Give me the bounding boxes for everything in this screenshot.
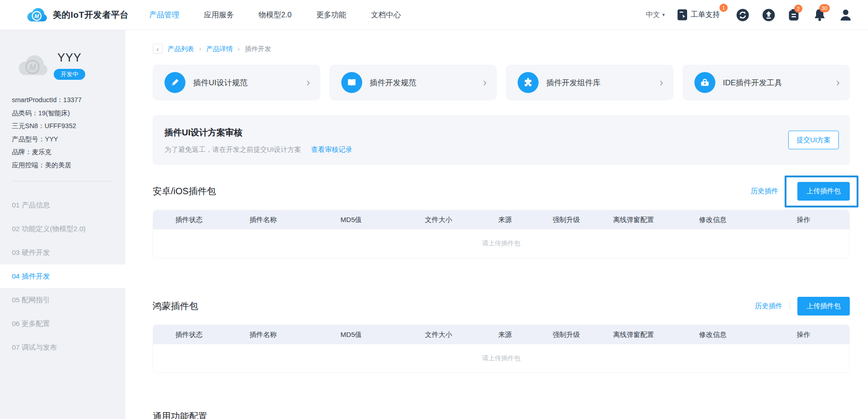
message-badge: 2 xyxy=(794,5,802,13)
sidebar-item-hardware-dev[interactable]: 03 硬件开发 xyxy=(0,241,125,264)
breadcrumb-separator-icon: › xyxy=(238,45,240,52)
history-plugins-link-android[interactable]: 历史插件 xyxy=(751,187,778,196)
midea-cloud-logo-icon: M xyxy=(26,7,47,23)
top-navbar: M 美的IoT开发者平台 产品管理 应用服务 物模型2.0 更多功能 文档中心 … xyxy=(0,0,868,30)
breadcrumb: ‹ 产品列表 › 产品详情 › 插件开发 xyxy=(153,44,850,54)
col-offline-popup: 离线弹窗配置 xyxy=(599,210,668,229)
col-plugin-status: 插件状态 xyxy=(153,325,225,344)
profile-button[interactable] xyxy=(839,8,853,22)
review-records-link[interactable]: 查看审核记录 xyxy=(311,145,352,154)
main-content: ‹ 产品列表 › 产品详情 › 插件开发 插件UI设计规范 › 插件开发规范 ›… xyxy=(125,30,868,419)
svg-text:M: M xyxy=(29,62,36,72)
upload-plugin-button-android[interactable]: 上传插件包 xyxy=(797,182,850,201)
sidebar-item-product-info[interactable]: 01 产品信息 xyxy=(0,193,125,217)
col-actions: 操作 xyxy=(757,325,849,344)
toolbox-icon xyxy=(694,72,715,93)
product-profile: M YYY 开发中 xyxy=(0,30,125,80)
common-function-config-title: 通用功能配置 xyxy=(153,410,850,419)
product-sidebar: M YYY 开发中 smartProductId：13377 品类码：19(智能… xyxy=(0,30,125,419)
sync-button[interactable] xyxy=(736,8,750,22)
card-dev-spec[interactable]: 插件开发规范 › xyxy=(329,65,497,100)
col-force-upgrade: 强制升级 xyxy=(534,325,599,344)
chevron-right-icon: › xyxy=(836,77,840,88)
col-md5: MD5值 xyxy=(301,210,401,229)
ticket-icon xyxy=(677,9,688,21)
upload-plugin-button-harmony[interactable]: 上传插件包 xyxy=(797,297,850,316)
harmony-section-header: 鸿蒙插件包 历史插件 上传插件包 xyxy=(153,295,850,316)
main-nav: 产品管理 应用服务 物模型2.0 更多功能 文档中心 xyxy=(149,10,401,20)
col-file-size: 文件大小 xyxy=(401,210,476,229)
harmony-plugin-table: 插件状态 插件名称 MD5值 文件大小 来源 强制升级 离线弹窗配置 修改信息 … xyxy=(153,325,850,373)
sidebar-item-debug-release[interactable]: 07 调试与发布 xyxy=(0,336,125,359)
card-ui-design-spec[interactable]: 插件UI设计规范 › xyxy=(153,65,320,100)
review-hint: 为了避免返工，请在开发之前提交UI设计方案 xyxy=(164,145,301,154)
empty-state-text: 请上传插件包 xyxy=(153,229,849,258)
col-md5: MD5值 xyxy=(301,325,401,344)
status-badge: 开发中 xyxy=(54,69,85,80)
empty-row: 请上传插件包 xyxy=(153,229,849,258)
sidebar-item-more-config[interactable]: 06 更多配置 xyxy=(0,312,125,336)
ui-review-panel: 插件UI设计方案审核 为了避免返工，请在开发之前提交UI设计方案 查看审核记录 … xyxy=(153,115,850,165)
ticket-support-button[interactable]: 工单支持 1 xyxy=(677,9,720,21)
nav-right-group: 中文 ▾ 工单支持 1 xyxy=(646,8,853,22)
sync-icon xyxy=(736,8,750,22)
caret-down-icon: ▾ xyxy=(662,12,665,18)
col-file-size: 文件大小 xyxy=(401,325,476,344)
card-ide-tools[interactable]: IDE插件开发工具 › xyxy=(683,65,850,100)
nav-item-thing-model[interactable]: 物模型2.0 xyxy=(259,10,292,20)
design-icon xyxy=(164,72,185,93)
sidebar-item-plugin-dev[interactable]: 04 插件开发 xyxy=(0,264,125,288)
col-plugin-name: 插件名称 xyxy=(225,210,301,229)
notification-badge: 30 xyxy=(819,4,830,12)
product-avatar: M xyxy=(17,54,48,77)
breadcrumb-product-list[interactable]: 产品列表 xyxy=(168,45,194,53)
message-center-button[interactable]: 2 xyxy=(788,8,801,22)
chevron-right-icon: › xyxy=(307,77,310,88)
info-category-code: 品类码：19(智能床) xyxy=(12,107,125,120)
language-selector[interactable]: 中文 ▾ xyxy=(646,10,665,20)
vertical-divider xyxy=(790,302,790,310)
nav-item-app-service[interactable]: 应用服务 xyxy=(204,10,234,20)
sidebar-item-function-definition[interactable]: 02 功能定义(物模型2.0) xyxy=(0,217,125,241)
col-modify-info: 修改信息 xyxy=(668,210,758,229)
submit-ui-plan-button[interactable]: 提交UI方案 xyxy=(788,131,839,150)
ticket-badge: 1 xyxy=(719,4,728,12)
sidebar-menu: 01 产品信息 02 功能定义(物模型2.0) 03 硬件开发 04 插件开发 … xyxy=(0,193,125,359)
chevron-right-icon: › xyxy=(660,77,663,88)
brand-title: 美的IoT开发者平台 xyxy=(53,9,129,21)
info-sn8: 三元SN8：UFFF9352 xyxy=(12,119,125,133)
product-info-list: smartProductId：13377 品类码：19(智能床) 三元SN8：U… xyxy=(0,80,125,171)
sidebar-item-network-guide[interactable]: 05 配网指引 xyxy=(0,288,125,312)
upgrade-button[interactable] xyxy=(762,8,776,22)
user-icon xyxy=(839,8,853,22)
history-plugins-link-harmony[interactable]: 历史插件 xyxy=(755,302,782,310)
info-smart-product-id: smartProductId：13377 xyxy=(12,93,125,107)
table-header-row: 插件状态 插件名称 MD5值 文件大小 来源 强制升级 离线弹窗配置 修改信息 … xyxy=(153,210,849,229)
nav-item-product[interactable]: 产品管理 xyxy=(149,10,180,20)
col-source: 来源 xyxy=(476,210,534,229)
col-offline-popup: 离线弹窗配置 xyxy=(599,325,668,344)
nav-item-more[interactable]: 更多功能 xyxy=(316,10,346,20)
notifications-button[interactable]: 30 xyxy=(813,8,827,22)
nav-item-docs[interactable]: 文档中心 xyxy=(371,10,401,20)
book-icon xyxy=(341,72,362,93)
col-force-upgrade: 强制升级 xyxy=(534,210,599,229)
brand: M 美的IoT开发者平台 xyxy=(26,7,129,23)
col-actions: 操作 xyxy=(757,210,849,229)
resource-cards: 插件UI设计规范 › 插件开发规范 › 插件开发组件库 › IDE插件开发工具 … xyxy=(153,65,850,100)
col-plugin-status: 插件状态 xyxy=(153,210,225,229)
card-component-library[interactable]: 插件开发组件库 › xyxy=(506,65,673,100)
section-title-harmony: 鸿蒙插件包 xyxy=(153,300,755,312)
android-ios-plugin-table: 插件状态 插件名称 MD5值 文件大小 来源 强制升级 离线弹窗配置 修改信息 … xyxy=(153,210,850,258)
upload-icon xyxy=(762,8,776,22)
breadcrumb-product-detail[interactable]: 产品详情 xyxy=(206,45,233,53)
table-header-row: 插件状态 插件名称 MD5值 文件大小 来源 强制升级 离线弹窗配置 修改信息 … xyxy=(153,325,849,344)
android-ios-section-header: 安卓/iOS插件包 历史插件 上传插件包 xyxy=(153,181,850,202)
empty-state-text: 请上传插件包 xyxy=(153,344,849,372)
col-modify-info: 修改信息 xyxy=(668,325,758,344)
breadcrumb-current: 插件开发 xyxy=(245,45,271,53)
col-source: 来源 xyxy=(476,325,534,344)
chevron-right-icon: › xyxy=(483,77,487,88)
section-title-android-ios: 安卓/iOS插件包 xyxy=(153,185,751,197)
breadcrumb-back-button[interactable]: ‹ xyxy=(153,44,163,54)
